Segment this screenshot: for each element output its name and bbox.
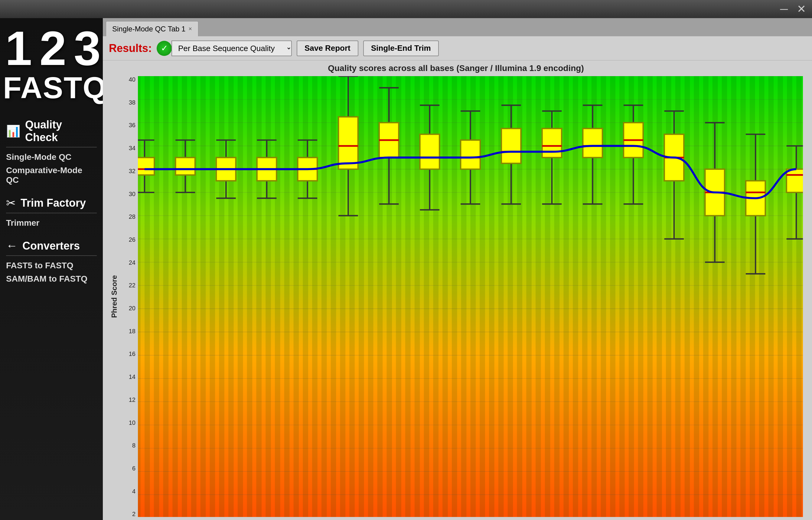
svg-rect-97 (138, 157, 154, 175)
quality-check-icon: 📊 (6, 125, 20, 138)
close-button[interactable]: ✕ (797, 4, 806, 15)
sidebar: 1 2 3 FASTQ 📊 Quality Check Single-Mode … (0, 18, 103, 520)
y-tick: 24 (129, 259, 136, 266)
metric-dropdown[interactable]: Per Base Sequence QualityPer Sequence Qu… (171, 41, 292, 56)
pass-icon: ✓ (157, 41, 172, 56)
sidebar-item-sam-bam-to-fastq[interactable]: SAM/BAM to FASTQ (6, 272, 97, 286)
y-tick: 22 (129, 282, 136, 289)
converters-icon: ← (6, 239, 18, 252)
chart-body: 4038363432302826242220181614121086420 (120, 76, 803, 517)
y-tick: 16 (129, 350, 136, 358)
logo-fastq: FASTQ (3, 73, 100, 103)
y-tick: 38 (129, 99, 136, 106)
y-ticks: 4038363432302826242220181614121086420 (120, 76, 138, 517)
logo-area: 1 2 3 FASTQ (0, 18, 103, 112)
converters-section: ← Converters FAST5 to FASTQ SAM/BAM to F… (0, 233, 103, 289)
svg-rect-102 (175, 157, 195, 175)
y-tick: 20 (129, 305, 136, 312)
chart-title: Quality scores across all bases (Sanger … (109, 63, 803, 73)
y-tick: 10 (129, 419, 136, 426)
y-tick: 32 (129, 168, 136, 175)
y-tick: 6 (132, 465, 136, 472)
trim-factory-title: Trim Factory (21, 197, 86, 209)
chart-area: Quality scores across all bases (Sanger … (103, 60, 812, 520)
tab-single-mode-qc[interactable]: Single-Mode QC Tab 1 × (106, 21, 198, 36)
svg-rect-177 (787, 169, 803, 192)
tab-close-button[interactable]: × (189, 25, 192, 32)
svg-rect-147 (542, 128, 562, 157)
single-end-trim-button[interactable]: Single-End Trim (363, 41, 439, 56)
y-tick: 18 (129, 328, 136, 335)
quality-check-header: 📊 Quality Check (6, 115, 97, 148)
y-tick: 2 (132, 511, 136, 517)
trim-factory-icon: ✂ (6, 197, 16, 210)
y-tick: 28 (129, 213, 136, 220)
svg-rect-132 (420, 134, 439, 169)
main-layout: 1 2 3 FASTQ 📊 Quality Check Single-Mode … (0, 18, 812, 520)
toolbar: Results: ✓ Per Base Sequence QualityPer … (103, 36, 812, 60)
quality-check-section: 📊 Quality Check Single-Mode QC Comparati… (0, 112, 103, 190)
y-axis-label: Phred Score (109, 76, 120, 517)
converters-title: Converters (22, 240, 80, 252)
logo-numbers: 1 2 3 (3, 24, 100, 73)
y-tick: 40 (129, 76, 136, 83)
quality-check-title: Quality Check (25, 119, 97, 144)
sidebar-item-fast5-to-fastq[interactable]: FAST5 to FASTQ (6, 259, 97, 272)
tab-label: Single-Mode QC Tab 1 (112, 25, 186, 33)
content-area: Single-Mode QC Tab 1 × Results: ✓ Per Ba… (103, 18, 812, 520)
sidebar-item-single-mode-qc[interactable]: Single-Mode QC (6, 151, 97, 164)
minimize-button[interactable]: ─ (780, 4, 788, 15)
y-tick: 30 (129, 191, 136, 198)
sidebar-item-trimmer[interactable]: Trimmer (6, 216, 97, 230)
save-report-button[interactable]: Save Report (297, 41, 359, 56)
results-label: Results: (109, 42, 152, 55)
trim-factory-section: ✂ Trim Factory Trimmer (0, 190, 103, 233)
y-tick: 14 (129, 373, 136, 381)
svg-rect-137 (461, 140, 480, 169)
tab-bar: Single-Mode QC Tab 1 × (103, 18, 812, 36)
dropdown-container: ✓ Per Base Sequence QualityPer Sequence … (157, 41, 292, 56)
trim-factory-header: ✂ Trim Factory (6, 193, 97, 213)
chart-svg (138, 76, 803, 517)
y-tick: 36 (129, 122, 136, 129)
chart-inner: 4038363432302826242220181614121086420 (120, 76, 803, 517)
title-bar: ─ ✕ (0, 0, 812, 18)
y-tick: 12 (129, 396, 136, 404)
sidebar-item-comparative-mode-qc[interactable]: Comparative-Mode QC (6, 164, 97, 187)
y-tick: 8 (132, 442, 136, 449)
svg-rect-122 (338, 117, 358, 169)
converters-header: ← Converters (6, 236, 97, 256)
svg-rect-142 (501, 128, 521, 163)
svg-rect-152 (583, 128, 602, 157)
chart-wrapper: Phred Score 4038363432302826242220181614… (109, 76, 803, 517)
chart-plot (138, 76, 803, 517)
y-tick: 4 (132, 488, 136, 495)
y-tick: 34 (129, 145, 136, 152)
y-tick: 26 (129, 236, 136, 243)
